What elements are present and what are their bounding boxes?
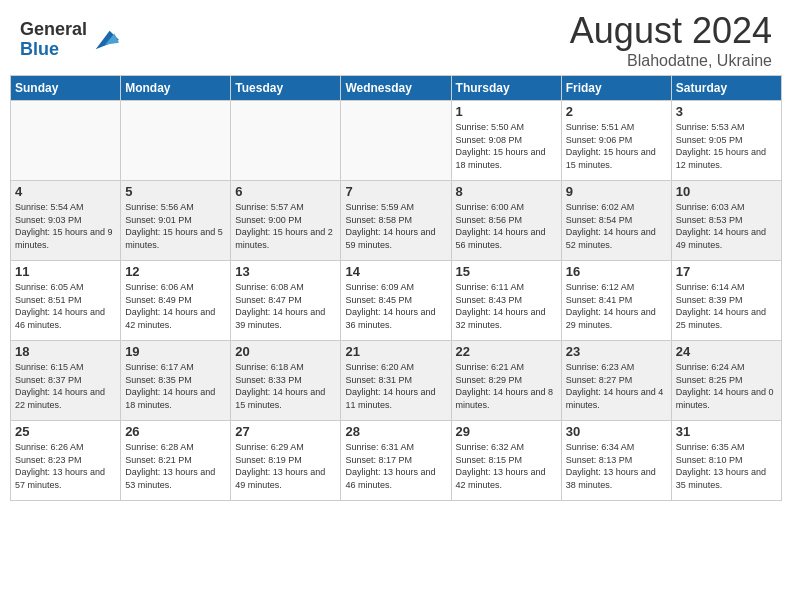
calendar-day-cell: 21Sunrise: 6:20 AM Sunset: 8:31 PM Dayli… [341, 341, 451, 421]
day-info: Sunrise: 5:59 AM Sunset: 8:58 PM Dayligh… [345, 201, 446, 251]
calendar-day-cell: 8Sunrise: 6:00 AM Sunset: 8:56 PM Daylig… [451, 181, 561, 261]
day-number: 16 [566, 264, 667, 279]
day-number: 23 [566, 344, 667, 359]
calendar-day-cell [121, 101, 231, 181]
day-number: 29 [456, 424, 557, 439]
day-info: Sunrise: 6:08 AM Sunset: 8:47 PM Dayligh… [235, 281, 336, 331]
day-number: 13 [235, 264, 336, 279]
calendar-day-cell: 30Sunrise: 6:34 AM Sunset: 8:13 PM Dayli… [561, 421, 671, 501]
day-info: Sunrise: 6:12 AM Sunset: 8:41 PM Dayligh… [566, 281, 667, 331]
calendar-day-cell: 3Sunrise: 5:53 AM Sunset: 9:05 PM Daylig… [671, 101, 781, 181]
day-number: 28 [345, 424, 446, 439]
calendar-week-row: 11Sunrise: 6:05 AM Sunset: 8:51 PM Dayli… [11, 261, 782, 341]
day-number: 22 [456, 344, 557, 359]
day-info: Sunrise: 6:18 AM Sunset: 8:33 PM Dayligh… [235, 361, 336, 411]
day-info: Sunrise: 6:32 AM Sunset: 8:15 PM Dayligh… [456, 441, 557, 491]
day-info: Sunrise: 6:20 AM Sunset: 8:31 PM Dayligh… [345, 361, 446, 411]
day-number: 10 [676, 184, 777, 199]
day-number: 26 [125, 424, 226, 439]
calendar-day-cell: 5Sunrise: 5:56 AM Sunset: 9:01 PM Daylig… [121, 181, 231, 261]
day-number: 8 [456, 184, 557, 199]
main-title: August 2024 [570, 10, 772, 52]
day-info: Sunrise: 6:06 AM Sunset: 8:49 PM Dayligh… [125, 281, 226, 331]
day-of-week-header: Saturday [671, 76, 781, 101]
day-info: Sunrise: 6:09 AM Sunset: 8:45 PM Dayligh… [345, 281, 446, 331]
calendar-day-cell: 14Sunrise: 6:09 AM Sunset: 8:45 PM Dayli… [341, 261, 451, 341]
calendar-day-cell [231, 101, 341, 181]
day-info: Sunrise: 6:29 AM Sunset: 8:19 PM Dayligh… [235, 441, 336, 491]
calendar-day-cell: 1Sunrise: 5:50 AM Sunset: 9:08 PM Daylig… [451, 101, 561, 181]
calendar-table: SundayMondayTuesdayWednesdayThursdayFrid… [10, 75, 782, 501]
title-block: August 2024 Blahodatne, Ukraine [570, 10, 772, 70]
day-number: 31 [676, 424, 777, 439]
logo-general: General [20, 20, 87, 40]
day-number: 19 [125, 344, 226, 359]
day-number: 2 [566, 104, 667, 119]
day-number: 27 [235, 424, 336, 439]
day-of-week-header: Tuesday [231, 76, 341, 101]
day-of-week-header: Monday [121, 76, 231, 101]
calendar-day-cell: 27Sunrise: 6:29 AM Sunset: 8:19 PM Dayli… [231, 421, 341, 501]
day-info: Sunrise: 6:02 AM Sunset: 8:54 PM Dayligh… [566, 201, 667, 251]
day-info: Sunrise: 6:35 AM Sunset: 8:10 PM Dayligh… [676, 441, 777, 491]
calendar-day-cell: 18Sunrise: 6:15 AM Sunset: 8:37 PM Dayli… [11, 341, 121, 421]
day-number: 24 [676, 344, 777, 359]
day-info: Sunrise: 6:26 AM Sunset: 8:23 PM Dayligh… [15, 441, 116, 491]
calendar-day-cell: 22Sunrise: 6:21 AM Sunset: 8:29 PM Dayli… [451, 341, 561, 421]
calendar-day-cell: 31Sunrise: 6:35 AM Sunset: 8:10 PM Dayli… [671, 421, 781, 501]
logo-icon [91, 26, 119, 54]
calendar-day-cell: 16Sunrise: 6:12 AM Sunset: 8:41 PM Dayli… [561, 261, 671, 341]
calendar-day-cell: 13Sunrise: 6:08 AM Sunset: 8:47 PM Dayli… [231, 261, 341, 341]
day-of-week-header: Friday [561, 76, 671, 101]
day-number: 25 [15, 424, 116, 439]
calendar-day-cell [341, 101, 451, 181]
logo-blue: Blue [20, 40, 87, 60]
day-of-week-header: Wednesday [341, 76, 451, 101]
day-info: Sunrise: 6:05 AM Sunset: 8:51 PM Dayligh… [15, 281, 116, 331]
day-info: Sunrise: 6:17 AM Sunset: 8:35 PM Dayligh… [125, 361, 226, 411]
calendar-day-cell: 4Sunrise: 5:54 AM Sunset: 9:03 PM Daylig… [11, 181, 121, 261]
calendar-day-cell: 24Sunrise: 6:24 AM Sunset: 8:25 PM Dayli… [671, 341, 781, 421]
day-info: Sunrise: 5:50 AM Sunset: 9:08 PM Dayligh… [456, 121, 557, 171]
day-info: Sunrise: 6:34 AM Sunset: 8:13 PM Dayligh… [566, 441, 667, 491]
calendar-day-cell: 25Sunrise: 6:26 AM Sunset: 8:23 PM Dayli… [11, 421, 121, 501]
calendar-day-cell: 7Sunrise: 5:59 AM Sunset: 8:58 PM Daylig… [341, 181, 451, 261]
calendar-week-row: 4Sunrise: 5:54 AM Sunset: 9:03 PM Daylig… [11, 181, 782, 261]
day-of-week-header: Thursday [451, 76, 561, 101]
calendar-day-cell: 26Sunrise: 6:28 AM Sunset: 8:21 PM Dayli… [121, 421, 231, 501]
day-number: 15 [456, 264, 557, 279]
calendar-day-cell: 15Sunrise: 6:11 AM Sunset: 8:43 PM Dayli… [451, 261, 561, 341]
day-number: 3 [676, 104, 777, 119]
day-number: 21 [345, 344, 446, 359]
day-number: 20 [235, 344, 336, 359]
day-info: Sunrise: 5:53 AM Sunset: 9:05 PM Dayligh… [676, 121, 777, 171]
logo: General Blue [20, 20, 119, 60]
day-info: Sunrise: 6:14 AM Sunset: 8:39 PM Dayligh… [676, 281, 777, 331]
sub-title: Blahodatne, Ukraine [570, 52, 772, 70]
calendar-day-cell: 12Sunrise: 6:06 AM Sunset: 8:49 PM Dayli… [121, 261, 231, 341]
day-number: 11 [15, 264, 116, 279]
day-number: 30 [566, 424, 667, 439]
calendar-day-cell: 28Sunrise: 6:31 AM Sunset: 8:17 PM Dayli… [341, 421, 451, 501]
day-info: Sunrise: 5:56 AM Sunset: 9:01 PM Dayligh… [125, 201, 226, 251]
day-info: Sunrise: 6:28 AM Sunset: 8:21 PM Dayligh… [125, 441, 226, 491]
calendar-day-cell: 23Sunrise: 6:23 AM Sunset: 8:27 PM Dayli… [561, 341, 671, 421]
calendar-week-row: 1Sunrise: 5:50 AM Sunset: 9:08 PM Daylig… [11, 101, 782, 181]
day-info: Sunrise: 6:31 AM Sunset: 8:17 PM Dayligh… [345, 441, 446, 491]
day-number: 9 [566, 184, 667, 199]
day-number: 6 [235, 184, 336, 199]
logo-text: General Blue [20, 20, 87, 60]
calendar-day-cell: 11Sunrise: 6:05 AM Sunset: 8:51 PM Dayli… [11, 261, 121, 341]
calendar-week-row: 25Sunrise: 6:26 AM Sunset: 8:23 PM Dayli… [11, 421, 782, 501]
day-number: 17 [676, 264, 777, 279]
day-number: 4 [15, 184, 116, 199]
calendar-day-cell: 17Sunrise: 6:14 AM Sunset: 8:39 PM Dayli… [671, 261, 781, 341]
day-info: Sunrise: 5:57 AM Sunset: 9:00 PM Dayligh… [235, 201, 336, 251]
day-info: Sunrise: 6:23 AM Sunset: 8:27 PM Dayligh… [566, 361, 667, 411]
page-header: General Blue August 2024 Blahodatne, Ukr… [0, 0, 792, 75]
calendar-day-cell: 9Sunrise: 6:02 AM Sunset: 8:54 PM Daylig… [561, 181, 671, 261]
day-info: Sunrise: 6:00 AM Sunset: 8:56 PM Dayligh… [456, 201, 557, 251]
calendar-day-cell: 6Sunrise: 5:57 AM Sunset: 9:00 PM Daylig… [231, 181, 341, 261]
calendar-week-row: 18Sunrise: 6:15 AM Sunset: 8:37 PM Dayli… [11, 341, 782, 421]
calendar-day-cell: 20Sunrise: 6:18 AM Sunset: 8:33 PM Dayli… [231, 341, 341, 421]
